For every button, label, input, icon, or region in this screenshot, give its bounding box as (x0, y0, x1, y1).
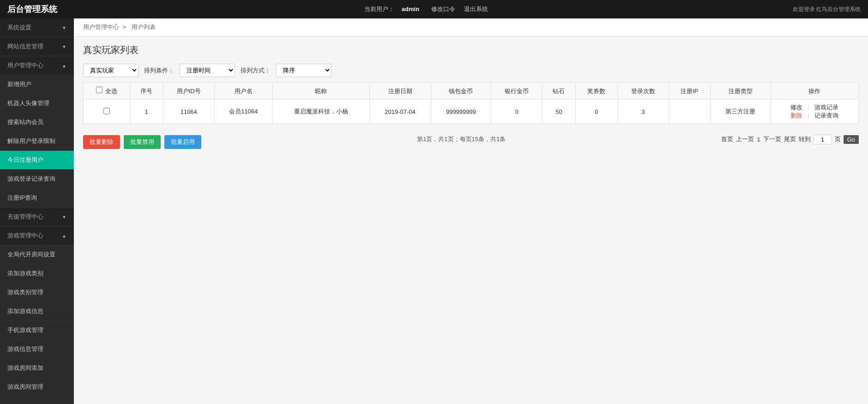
sidebar-item-game-info-management[interactable]: 游戏信息管理 (0, 340, 74, 359)
table-row: 1 11064 会员11064 重启魔派科技，小杨 2019-07-04 999… (84, 100, 859, 124)
action-game-record[interactable]: 游戏记录 (814, 104, 838, 111)
chevron-up-icon: ▲ (62, 233, 66, 238)
col-select-label: 全选 (105, 88, 117, 95)
row-checkbox[interactable] (103, 108, 110, 114)
pagination-current: 1 (757, 136, 760, 143)
cell-actions: 修改 ｜ 游戏记录 删除 ｜ 记录查询 (771, 100, 858, 124)
sidebar-label-system-settings: 系统设置 (7, 24, 31, 32)
col-nickname: 昵称 (272, 83, 369, 100)
cell-register-ip (669, 100, 710, 124)
sidebar-item-mobile-game-management[interactable]: 手机游戏管理 (0, 321, 74, 340)
order-label: 排列方式： (241, 66, 271, 75)
current-user-label: 当前用户： (364, 6, 394, 12)
pagination-last[interactable]: 尾页 (784, 135, 796, 143)
chevron-down-icon: ▼ (62, 44, 66, 49)
sidebar-item-global-room-settings[interactable]: 全局代开房间设置 (0, 245, 74, 264)
col-tickets: 奖券数 (575, 83, 617, 100)
pagination-prev[interactable]: 上一页 (736, 135, 754, 143)
welcome-text: 欢迎登录 红鸟后台管理系统 (793, 6, 861, 13)
col-register-type: 注册类型 (710, 83, 771, 100)
sidebar-label-add-game-category: 添加游戏类别 (7, 269, 43, 278)
col-login-count: 登录次数 (617, 83, 669, 100)
sidebar-label-remove-login-limit: 解除用户登录限制 (7, 137, 55, 145)
cell-select (84, 100, 130, 124)
cell-wallet-coins: 999999999 (431, 100, 491, 124)
pagination-next[interactable]: 下一页 (763, 135, 781, 143)
col-index: 序号 (130, 83, 163, 100)
order-select[interactable]: 降序 (276, 64, 332, 77)
cell-username: 会员11064 (214, 100, 272, 124)
sidebar-item-system-settings[interactable]: 系统设置 ▼ (0, 18, 74, 37)
sidebar-item-recharge-management[interactable]: 充值管理中心 ▼ (0, 208, 74, 226)
batch-buttons: 批量删除 批量禁用 批量启用 (83, 135, 201, 149)
batch-enable-button[interactable]: 批量启用 (164, 135, 201, 149)
chevron-down-icon: ▼ (62, 214, 66, 220)
sidebar-label-game-room-management: 游戏房间管理 (7, 383, 43, 391)
action-delete[interactable]: 删除 (790, 112, 802, 119)
col-select: 全选 (84, 83, 130, 100)
sidebar-label-mobile-game-management: 手机游戏管理 (7, 326, 43, 334)
top-header: 后台管理系统 当前用户： admin 修改口令 退出系统 欢迎登录 红鸟后台管理… (0, 0, 868, 18)
sidebar-label-robot-avatar: 机器人头像管理 (7, 99, 49, 107)
sidebar-item-add-game-category[interactable]: 添加游戏类别 (0, 264, 74, 283)
cell-register-date: 2019-07-04 (369, 100, 431, 124)
batch-ban-button[interactable]: 批量禁用 (124, 135, 161, 149)
pagination-info: 第1页，共1页；每页15条，共1条 (417, 135, 506, 143)
sidebar-item-game-login-record[interactable]: 游戏登录记录查询 (0, 170, 74, 189)
sort-field-select[interactable]: 注册时间 (180, 64, 235, 77)
pagination-bar: 批量删除 批量禁用 批量启用 第1页，共1页；每页15条，共1条 首页 上一页 … (83, 130, 859, 149)
col-register-ip: 注册IP (669, 83, 710, 100)
goto-label: 转到 (799, 135, 811, 143)
chevron-down-icon: ▼ (62, 25, 66, 30)
action-edit[interactable]: 修改 (790, 104, 802, 111)
cell-bank-coins: 0 (491, 100, 542, 124)
sidebar-label-user-management: 用户管理中心 (7, 61, 43, 70)
sidebar-label-website-info: 网站信息管理 (7, 42, 43, 51)
col-username: 用户名 (214, 83, 272, 100)
page-label: 页 (835, 135, 841, 143)
sidebar-item-user-management[interactable]: 用户管理中心 ▲ (0, 56, 74, 75)
sidebar-item-robot-avatar[interactable]: 机器人头像管理 (0, 94, 74, 113)
current-user-value: admin (402, 6, 419, 12)
center-info: 当前用户： admin 修改口令 退出系统 (57, 5, 793, 13)
sidebar: 系统设置 ▼ 网站信息管理 ▼ 用户管理中心 ▲ 新增用户 机器人头像管理 搜索… (0, 18, 74, 404)
change-password-link[interactable]: 修改口令 (431, 6, 455, 12)
sidebar-label-add-user: 新增用户 (7, 80, 31, 89)
sidebar-label-today-register: 今日注册用户 (7, 156, 43, 164)
breadcrumb: 用户管理中心 > 用户列表 (74, 18, 868, 36)
action-record-query[interactable]: 记录查询 (814, 112, 838, 119)
logout-link[interactable]: 退出系统 (464, 6, 488, 12)
action-separator-1: ｜ (806, 104, 812, 111)
col-diamonds: 钻石 (542, 83, 575, 100)
sidebar-label-search-member: 搜索站内会员 (7, 118, 43, 126)
breadcrumb-parent[interactable]: 用户管理中心 (83, 24, 119, 30)
cell-user-id: 11064 (163, 100, 214, 124)
pagination-nav: 首页 上一页 1 下一页 尾页 转到 页 Go (721, 135, 859, 144)
col-register-date: 注册日期 (369, 83, 431, 100)
cell-index: 1 (130, 100, 163, 124)
select-all-checkbox[interactable] (96, 87, 102, 93)
sidebar-item-game-management[interactable]: 游戏管理中心 ▲ (0, 226, 74, 245)
cell-diamonds: 50 (542, 100, 575, 124)
sidebar-label-game-room-add: 游戏房间添加 (7, 364, 43, 372)
sidebar-item-website-info[interactable]: 网站信息管理 ▼ (0, 37, 74, 56)
go-button[interactable]: Go (844, 135, 859, 144)
goto-input[interactable] (814, 135, 832, 144)
pagination-first[interactable]: 首页 (721, 135, 733, 143)
col-actions: 操作 (771, 83, 858, 100)
player-type-select[interactable]: 真实玩家 (83, 64, 139, 77)
sidebar-item-game-room-management[interactable]: 游戏房间管理 (0, 378, 74, 397)
sidebar-item-search-member[interactable]: 搜索站内会员 (0, 113, 74, 132)
sort-label: 排列条件： (144, 66, 174, 75)
sidebar-label-global-room-settings: 全局代开房间设置 (7, 250, 55, 259)
sidebar-item-today-register[interactable]: 今日注册用户 (0, 151, 74, 170)
main-layout: 系统设置 ▼ 网站信息管理 ▼ 用户管理中心 ▲ 新增用户 机器人头像管理 搜索… (0, 18, 868, 404)
sidebar-item-remove-login-limit[interactable]: 解除用户登录限制 (0, 132, 74, 151)
sidebar-item-register-ip-query[interactable]: 注册IP查询 (0, 189, 74, 208)
sidebar-item-game-room-add[interactable]: 游戏房间添加 (0, 359, 74, 378)
sidebar-label-game-login-record: 游戏登录记录查询 (7, 175, 55, 183)
batch-delete-button[interactable]: 批量删除 (83, 135, 120, 149)
sidebar-item-add-game-info[interactable]: 添加游戏信息 (0, 302, 74, 321)
sidebar-item-add-user[interactable]: 新增用户 (0, 75, 74, 94)
sidebar-item-game-category-management[interactable]: 游戏类别管理 (0, 283, 74, 302)
